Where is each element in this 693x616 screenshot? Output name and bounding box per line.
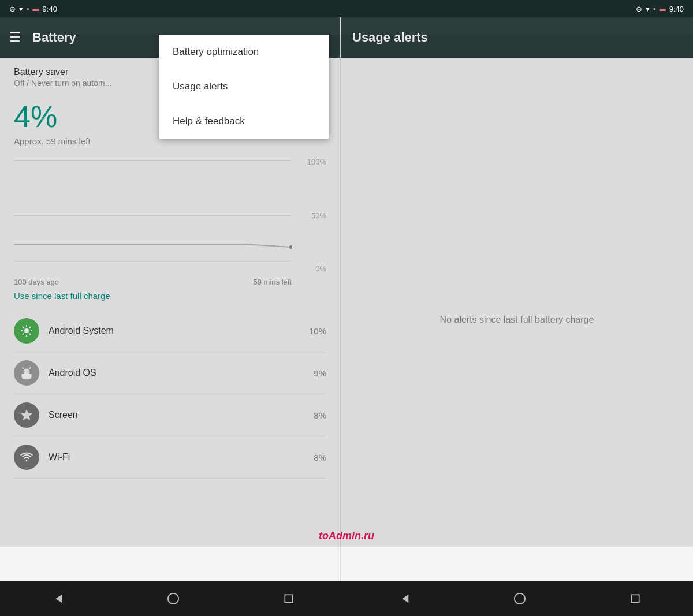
svg-rect-14	[285, 595, 292, 602]
menu-item-usage-alerts[interactable]: Usage alerts	[159, 69, 329, 104]
chart-label-100: 100%	[295, 158, 326, 166]
svg-line-7	[23, 367, 24, 369]
android-os-icon	[14, 360, 39, 386]
app-usage-list: Android System 10%	[14, 310, 326, 479]
time-left: 9:40	[43, 5, 57, 13]
menu-item-help-feedback[interactable]: Help & feedback	[159, 104, 329, 139]
status-bar-left: ⊖ ▾ ▪ ▬ 9:40	[9, 5, 57, 13]
status-bar-right: ⊖ ▾ ▪ ▬ 9:40	[636, 5, 684, 13]
nav-back-button-right[interactable]	[381, 592, 427, 605]
navigation-bar	[0, 581, 693, 616]
list-item-android-system[interactable]: Android System 10%	[14, 310, 326, 352]
status-bar: ⊖ ▾ ▪ ▬ 9:40 ⊖ ▾ ▪ ▬ 9:40	[0, 0, 693, 17]
android-system-icon	[14, 318, 39, 344]
do-not-disturb-icon-right: ⊖	[636, 5, 642, 13]
app-bar-right: Usage alerts	[341, 17, 693, 58]
svg-marker-11	[21, 409, 32, 420]
nav-home-button-left[interactable]	[150, 592, 196, 605]
svg-marker-15	[402, 595, 408, 603]
time-right: 9:40	[669, 5, 684, 13]
wifi-icon-left: ▾	[19, 5, 23, 13]
svg-point-5	[24, 371, 25, 372]
chart-time-labels: 100 days ago 59 mins left	[14, 278, 326, 286]
android-os-name: Android OS	[49, 368, 304, 378]
screen-icon	[14, 402, 39, 428]
list-item-android-os[interactable]: Android OS 9%	[14, 352, 326, 394]
svg-rect-4	[22, 374, 31, 379]
no-alerts-text: No alerts since last full battery charge	[440, 315, 594, 325]
chart-label-0: 0%	[295, 264, 326, 273]
chart-labels: 100% 50% 0%	[295, 158, 326, 273]
svg-rect-17	[631, 595, 639, 602]
signal-icon-left: ▪	[27, 5, 29, 13]
svg-line-8	[29, 367, 31, 369]
wifi-app-percent: 8%	[314, 453, 326, 462]
svg-rect-9	[21, 374, 23, 377]
list-item-wifi[interactable]: Wi-Fi 8%	[14, 436, 326, 479]
nav-back-button-left[interactable]	[35, 592, 81, 605]
wifi-icon-right: ▾	[646, 5, 650, 13]
svg-point-13	[168, 593, 178, 604]
screen-name: Screen	[49, 410, 304, 420]
svg-marker-12	[55, 595, 62, 603]
android-system-percent: 10%	[309, 326, 326, 336]
main-area: Battery optimization Usage alerts Help &…	[0, 17, 693, 581]
menu-item-battery-optimization[interactable]: Battery optimization	[159, 35, 329, 69]
list-item-screen[interactable]: Screen 8%	[14, 394, 326, 436]
right-panel-content: No alerts since last full battery charge	[341, 58, 693, 581]
android-os-percent: 9%	[314, 368, 326, 378]
chart-label-50: 50%	[295, 211, 326, 220]
signal-icon-right: ▪	[653, 5, 656, 13]
wifi-app-name: Wi-Fi	[49, 452, 304, 462]
svg-point-6	[28, 371, 29, 372]
battery-icon-left: ▬	[33, 5, 39, 12]
nav-home-button-right[interactable]	[497, 592, 543, 605]
app-bar-title-left: Battery	[32, 30, 76, 45]
use-since-link[interactable]: Use since last full charge	[14, 291, 326, 301]
battery-chart: 100% 50% 0%	[14, 158, 326, 273]
nav-recent-button-right[interactable]	[612, 593, 658, 604]
chart-time-end: 59 mins left	[254, 278, 292, 286]
screen-percent: 8%	[314, 410, 326, 420]
hamburger-menu-icon[interactable]: ☰	[9, 30, 21, 45]
svg-point-0	[289, 245, 292, 249]
battery-icon-right: ▬	[660, 5, 666, 12]
chart-svg	[14, 158, 292, 273]
right-panel: Usage alerts No alerts since last full b…	[341, 17, 693, 581]
chart-lines	[14, 158, 292, 273]
svg-point-1	[24, 328, 29, 333]
wifi-app-icon	[14, 445, 39, 470]
do-not-disturb-icon-left: ⊖	[9, 5, 16, 13]
svg-rect-10	[30, 374, 32, 377]
chart-time-start: 100 days ago	[14, 278, 59, 286]
nav-recent-button-left[interactable]	[266, 593, 312, 604]
android-system-name: Android System	[49, 326, 300, 336]
svg-point-16	[515, 593, 525, 604]
dropdown-menu: Battery optimization Usage alerts Help &…	[159, 35, 329, 139]
app-bar-title-right: Usage alerts	[352, 30, 428, 45]
